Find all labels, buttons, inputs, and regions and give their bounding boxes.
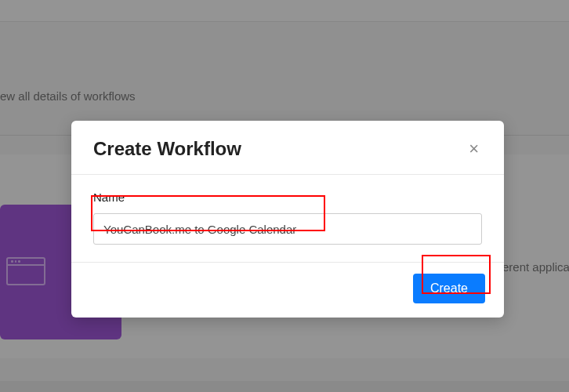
modal-body: Name <box>71 175 504 263</box>
create-workflow-modal: Create Workflow × Name Create <box>71 121 504 318</box>
name-label: Name <box>93 191 482 204</box>
modal-title: Create Workflow <box>93 138 241 160</box>
create-button[interactable]: Create <box>413 274 485 303</box>
name-input[interactable] <box>93 213 482 245</box>
modal-footer: Create <box>71 263 504 318</box>
close-icon[interactable]: × <box>466 139 482 159</box>
modal-header: Create Workflow × <box>71 121 504 175</box>
